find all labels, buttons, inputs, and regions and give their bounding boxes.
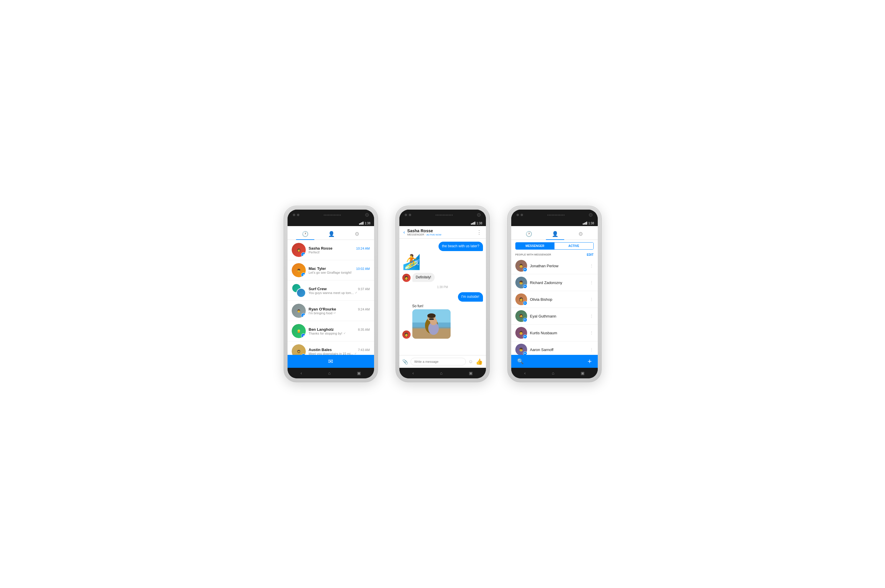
conv-preview-ryan: I'm bringing food ↩ xyxy=(309,311,370,315)
menu-btn-3[interactable]: ▣ xyxy=(581,371,584,375)
conv-sasha-rosse[interactable]: 👩 ᗑ Sasha Rosse 10:24 AM Perfect! xyxy=(287,240,374,260)
name-jonathan: Jonathan Perlow xyxy=(530,264,590,268)
home-btn-1[interactable]: ⌂ xyxy=(328,371,331,375)
chat-avatar: 👩 xyxy=(402,274,411,282)
messenger-tabs: 🕐 👤 ⚙ xyxy=(292,228,369,240)
back-btn-1[interactable]: ‹ xyxy=(301,371,302,375)
person-richard[interactable]: 👦 ᗑ Richard Zadorozny ⋮ xyxy=(511,274,598,291)
phone-1: 1:38 🕐 👤 ⚙ xyxy=(284,206,378,382)
avatar-mac: 👦 ᗑ xyxy=(292,263,306,277)
back-button[interactable]: ‹ xyxy=(403,230,405,235)
status-bar-2: 1:38 xyxy=(399,220,486,226)
conv-austin[interactable]: 🧔 ᗑ Austin Bales 7:43 AM Meet you downst… xyxy=(287,341,374,355)
home-btn-3[interactable]: ⌂ xyxy=(552,371,554,375)
attach-icon[interactable]: 📎 xyxy=(402,359,408,364)
emoji-icon[interactable]: ☺ xyxy=(468,359,473,364)
conv-time-surf: 9:37 AM xyxy=(358,287,370,291)
conv-info-austin: Austin Bales 7:43 AM Meet you downstairs… xyxy=(309,348,370,355)
back-btn-2[interactable]: ‹ xyxy=(412,371,414,375)
phone-2: 1:38 ‹ Sasha Rosse MESSENGER · ACTIVE NO… xyxy=(396,206,490,382)
tab-recent-3[interactable]: 🕐 xyxy=(520,228,538,240)
tab-people[interactable]: 👤 xyxy=(322,228,340,240)
more-jonathan[interactable]: ⋮ xyxy=(590,263,594,268)
phone-3-screen: 🕐 👤 ⚙ MESSENGER ACTIVE PEOPLE WITH MESSE… xyxy=(511,226,598,368)
avatar-austin: 🧔 ᗑ xyxy=(292,344,306,355)
home-btn-2[interactable]: ⌂ xyxy=(440,371,442,375)
phone-1-bottom-nav: ‹ ⌂ ▣ xyxy=(287,368,374,378)
conv-mac-tyler[interactable]: 👦 ᗑ Mac Tyler 10:02 AM Let's go see Gira… xyxy=(287,260,374,280)
more-options-button[interactable]: ⋮ xyxy=(477,229,482,236)
name-aaron: Aaron Sarnoff xyxy=(530,348,590,352)
conv-time-sasha: 10:24 AM xyxy=(356,247,370,250)
conv-time-austin: 7:43 AM xyxy=(358,348,370,352)
avatar-eyal: 🧔 ᗑ xyxy=(515,310,527,322)
tab-settings[interactable]: ⚙ xyxy=(349,228,365,240)
msg-in-1-wrapper: 👩 Definitely! xyxy=(402,273,483,282)
chat-input-bar: 📎 ☺ 👍 xyxy=(399,355,486,368)
messenger-active-toggle: MESSENGER ACTIVE xyxy=(515,242,594,250)
more-eyal[interactable]: ⋮ xyxy=(590,314,594,318)
name-olivia: Olivia Bishop xyxy=(530,297,590,302)
back-btn-3[interactable]: ‹ xyxy=(524,371,526,375)
people-list: 👨 ᗑ Jonathan Perlow ⋮ 👦 ᗑ Richard Zadoro… xyxy=(511,258,598,355)
avatar-aaron: 👦 ᗑ xyxy=(515,344,527,355)
person-aaron[interactable]: 👦 ᗑ Aaron Sarnoff ⋮ xyxy=(511,341,598,355)
tab-recent[interactable]: 🕐 xyxy=(296,228,314,240)
phone-1-top-bar xyxy=(287,210,374,220)
add-icon[interactable]: + xyxy=(587,357,592,366)
person-jonathan[interactable]: 👨 ᗑ Jonathan Perlow ⋮ xyxy=(511,258,598,274)
search-icon[interactable]: 🔍 xyxy=(517,358,524,364)
more-aaron[interactable]: ⋮ xyxy=(590,347,594,352)
menu-btn-1[interactable]: ▣ xyxy=(357,371,361,375)
more-kurtis[interactable]: ⋮ xyxy=(590,330,594,335)
avatar-kurtis: 👨 ᗑ xyxy=(515,327,527,339)
conv-preview-surf: You guys wanna meet up tom... ✓ xyxy=(309,291,370,295)
dot-4 xyxy=(409,214,411,216)
badge-richard: ᗑ xyxy=(523,284,527,288)
person-olivia[interactable]: 👩 ᗑ Olivia Bishop ⋮ xyxy=(511,291,598,308)
person-eyal[interactable]: 🧔 ᗑ Eyal Guthmann ⋮ xyxy=(511,308,598,325)
message-input[interactable] xyxy=(411,358,466,366)
edit-button[interactable]: EDIT xyxy=(587,253,594,256)
toggle-messenger[interactable]: MESSENGER xyxy=(516,243,554,249)
people-section-header: PEOPLE WITH MESSENGER EDIT xyxy=(511,252,598,258)
person-kurtis[interactable]: 👨 ᗑ Kurtis Nusbaum ⋮ xyxy=(511,325,598,341)
fb-badge-ben: f xyxy=(301,333,306,338)
name-richard: Richard Zadorozny xyxy=(530,280,590,285)
msg-out-2: I'm outside! xyxy=(458,292,483,302)
bottom-tab-bar-1[interactable]: ✉ xyxy=(287,355,374,368)
sticker-area: 🏄 xyxy=(402,254,421,270)
people-header: 🕐 👤 ⚙ xyxy=(511,226,598,240)
badge-kurtis: ᗑ xyxy=(523,334,527,339)
conv-info-ben: Ben Langholz 8:35 AM Thanks for stopping… xyxy=(309,327,370,335)
menu-btn-2[interactable]: ▣ xyxy=(469,371,473,375)
timestamp-1: 1:38 PM xyxy=(402,284,483,290)
chat-photo xyxy=(412,309,451,339)
phone-2-bottom-nav: ‹ ⌂ ▣ xyxy=(399,368,486,378)
like-icon[interactable]: 👍 xyxy=(476,358,483,365)
conv-time-ben: 8:35 AM xyxy=(358,328,370,332)
conversation-list: 👩 ᗑ Sasha Rosse 10:24 AM Perfect! xyxy=(287,240,374,355)
toggle-active[interactable]: ACTIVE xyxy=(554,243,593,249)
speaker-grille-3 xyxy=(548,214,564,216)
more-richard[interactable]: ⋮ xyxy=(590,280,594,285)
name-eyal: Eyal Guthmann xyxy=(530,314,590,318)
avatar-richard: 👦 ᗑ xyxy=(515,277,527,288)
conv-ryan[interactable]: 👨 ᗑ Ryan O'Rourke 9:24 AM I'm bringing f… xyxy=(287,301,374,321)
conv-ben[interactable]: 👱 f Ben Langholz 8:35 AM Thanks for stop… xyxy=(287,321,374,341)
chat-name: Sasha Rosse xyxy=(407,228,441,233)
dot-3 xyxy=(405,214,407,216)
avatar-surf-crew xyxy=(292,284,306,297)
phones-container: 1:38 🕐 👤 ⚙ xyxy=(284,206,602,382)
tab-settings-3[interactable]: ⚙ xyxy=(572,228,589,240)
conv-surf-crew[interactable]: Surf Crew 9:37 AM You guys wanna meet up… xyxy=(287,280,374,301)
tab-people-3[interactable]: 👤 xyxy=(546,228,564,240)
speaker-grille xyxy=(324,214,341,216)
chat-contact-info: Sasha Rosse MESSENGER · ACTIVE NOW xyxy=(407,228,441,236)
badge-eyal: ᗑ xyxy=(523,318,527,322)
conv-preview-mac: Let's go see Giraffage tonight! xyxy=(309,271,370,274)
more-olivia[interactable]: ⋮ xyxy=(590,297,594,302)
status-time-2: 1:38 xyxy=(477,222,482,225)
avatar-olivia: 👩 ᗑ xyxy=(515,293,527,305)
conv-preview-ben: Thanks for stopping by! ✓ xyxy=(309,332,370,335)
